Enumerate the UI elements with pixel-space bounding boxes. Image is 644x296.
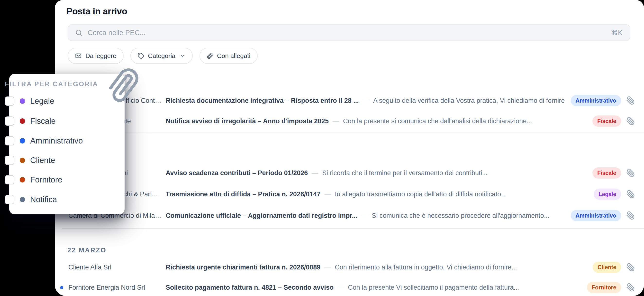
separator-dash: — — [338, 284, 344, 291]
dropdown-title: FILTRA PER CATEGORIA — [5, 80, 98, 88]
paperclip-illustration — [104, 66, 143, 104]
dropdown-item-fiscale[interactable]: Fiscale — [0, 112, 115, 130]
category-color-dot — [20, 177, 25, 183]
category-badge: Fiscale — [592, 167, 621, 179]
attachment-paperclip-icon — [626, 190, 635, 199]
chip-label: Da leggere — [86, 52, 116, 60]
email-preview: Si ricorda che il termine per il versame… — [322, 169, 488, 177]
email-row[interactable]: Agenzia delle Entrate Notifica avviso di… — [55, 111, 644, 131]
category-label: Fornitore — [30, 175, 62, 184]
email-preview: Si comunica che è necessario procedere a… — [372, 212, 549, 220]
category-label: Cliente — [30, 156, 55, 165]
section-divider — [62, 132, 644, 133]
dropdown-item-amministrativo[interactable]: Amministrativo — [0, 132, 115, 149]
email-preview: A seguito della verifica della Vostra pr… — [373, 97, 564, 104]
checkbox[interactable] — [5, 136, 14, 145]
email-row[interactable]: Fornitore Energia Nord Srl Sollecito pag… — [55, 277, 644, 296]
category-badge: Amministrativo — [571, 210, 621, 221]
email-subject: Trasmissione atto di diffida – Pratica n… — [166, 191, 320, 198]
category-color-dot — [20, 197, 25, 202]
paperclip-icon — [207, 53, 213, 59]
attachment-paperclip-icon — [626, 117, 635, 125]
separator-dash: — — [332, 117, 339, 125]
tag-icon — [138, 53, 144, 59]
attachment-paperclip-icon — [626, 96, 635, 105]
email-subject: Avviso scadenza contributi – Periodo 01/… — [166, 169, 308, 177]
category-badge: Fornitore — [587, 282, 621, 293]
category-label: Notifica — [30, 195, 57, 204]
chevron-down-icon — [180, 53, 186, 59]
email-subject: Notifica avviso di irregolarità – Anno d… — [166, 117, 329, 125]
email-row[interactable]: Agenzia Entrate - Ufficio Controlli Rich… — [55, 90, 644, 111]
checkbox[interactable] — [5, 116, 14, 126]
email-row[interactable]: INPS - Contribuzioni Avviso scadenza con… — [55, 163, 644, 183]
category-color-dot — [20, 98, 25, 104]
category-color-dot — [20, 138, 25, 143]
email-preview: Con la presente Vi sollecitiamo il pagam… — [348, 284, 519, 291]
filter-chip-con-allegati[interactable]: Con allegati — [200, 48, 258, 64]
unread-dot — [60, 286, 63, 289]
category-badge: Fiscale — [592, 115, 621, 127]
attachment-paperclip-icon — [626, 263, 635, 272]
email-subject: Sollecito pagamento fattura n. 4821 – Se… — [166, 284, 334, 291]
dropdown-item-cliente[interactable]: Cliente — [0, 152, 115, 169]
search-icon — [75, 29, 83, 37]
search-bar[interactable]: ⌘K — [68, 24, 630, 41]
separator-dash: — — [363, 97, 369, 104]
dropdown-item-fornitore[interactable]: Fornitore — [0, 171, 115, 188]
page-title: Posta in arrivo — [66, 6, 127, 17]
email-row[interactable]: Camera di Commercio di Milano Comunicazi… — [55, 205, 644, 226]
mail-icon — [75, 52, 82, 59]
category-label: Fiscale — [30, 116, 56, 126]
email-subject: Richiesta urgente chiarimenti fattura n.… — [166, 264, 320, 271]
category-label: Amministrativo — [30, 136, 83, 145]
checkbox[interactable] — [5, 195, 14, 204]
category-badge: Amministrativo — [571, 95, 621, 106]
email-preview: In allegato trasmettiamo copia dell'atto… — [335, 191, 506, 198]
checkbox[interactable] — [5, 175, 14, 184]
attachment-paperclip-icon — [626, 169, 635, 177]
category-color-dot — [20, 158, 25, 163]
email-row[interactable]: Cliente Alfa Srl Richiesta urgente chiar… — [55, 257, 644, 277]
keyboard-shortcut: ⌘K — [611, 29, 623, 37]
separator-dash: — — [312, 169, 318, 177]
email-subject: Richiesta documentazione integrativa – R… — [166, 97, 359, 104]
email-subject: Comunicazione ufficiale – Aggiornamento … — [166, 212, 358, 220]
email-sender: Fornitore Energia Nord Srl — [68, 284, 162, 291]
email-preview: Con riferimento alla fattura in oggetto,… — [335, 264, 517, 271]
category-label: Legale — [30, 96, 54, 106]
checkbox[interactable] — [5, 96, 14, 106]
category-badge: Legale — [594, 189, 621, 200]
category-badge: Cliente — [593, 262, 621, 273]
chip-label: Categoria — [148, 52, 176, 60]
checkbox[interactable] — [5, 156, 14, 165]
filter-chip-row: Da leggere Categoria Con allegati — [68, 48, 258, 64]
filter-chip-da-leggere[interactable]: Da leggere — [68, 48, 124, 64]
search-input[interactable] — [87, 29, 611, 37]
inbox-card: Posta in arrivo ⌘K Da leggere Categoria … — [55, 0, 644, 296]
separator-dash: — — [324, 191, 331, 198]
section-divider — [62, 228, 644, 229]
attachment-paperclip-icon — [626, 283, 635, 292]
separator-dash: — — [324, 264, 331, 271]
filter-chip-categoria[interactable]: Categoria — [130, 48, 193, 64]
chip-label: Con allegati — [217, 52, 250, 60]
email-preview: Con la presente si comunica che dall'ana… — [343, 117, 532, 125]
dropdown-item-legale[interactable]: Legale — [0, 93, 115, 110]
email-sender: Cliente Alfa Srl — [68, 264, 162, 271]
category-color-dot — [20, 118, 25, 124]
email-row[interactable]: Studio Legale Bianchi & Partners Trasmis… — [55, 184, 644, 204]
dropdown-item-notifica[interactable]: Notifica — [0, 191, 115, 208]
attachment-paperclip-icon — [626, 211, 635, 220]
separator-dash: — — [361, 212, 368, 220]
date-header: 22 MARZO — [68, 247, 106, 254]
